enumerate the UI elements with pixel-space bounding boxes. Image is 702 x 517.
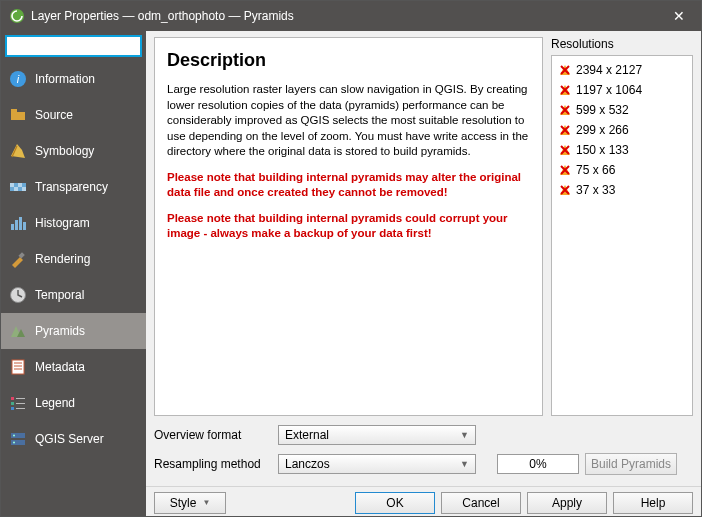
sidebar-item-temporal[interactable]: Temporal — [1, 277, 146, 313]
sidebar-item-metadata[interactable]: Metadata — [1, 349, 146, 385]
svg-rect-13 — [23, 222, 26, 230]
resolution-value: 150 x 133 — [576, 143, 629, 157]
resolutions-list[interactable]: 2394 x 21271197 x 1064599 x 532299 x 266… — [551, 55, 693, 416]
svg-rect-7 — [18, 183, 22, 187]
overview-format-value: External — [285, 428, 329, 442]
sidebar-item-rendering[interactable]: Rendering — [1, 241, 146, 277]
window-title: Layer Properties — odm_orthophoto — Pyra… — [31, 9, 665, 23]
progress-value: 0% — [497, 454, 579, 474]
footer: Style ▼ OK Cancel Apply Help — [146, 486, 701, 517]
description-body: Large resolution raster layers can slow … — [167, 82, 530, 160]
resolution-item[interactable]: 37 x 33 — [554, 180, 690, 200]
resolutions-panel: Resolutions 2394 x 21271197 x 1064599 x … — [551, 37, 693, 416]
chevron-down-icon: ▼ — [460, 459, 469, 469]
sidebar-item-pyramids[interactable]: Pyramids — [1, 313, 146, 349]
resolution-item[interactable]: 1197 x 1064 — [554, 80, 690, 100]
svg-rect-9 — [22, 187, 26, 191]
titlebar: Layer Properties — odm_orthophoto — Pyra… — [1, 1, 701, 31]
resampling-method-value: Lanczos — [285, 457, 330, 471]
sidebar-item-information[interactable]: iInformation — [1, 61, 146, 97]
sidebar-item-label: Rendering — [35, 252, 90, 266]
resolution-value: 299 x 266 — [576, 123, 629, 137]
sidebar-item-transparency[interactable]: Transparency — [1, 169, 146, 205]
pyramid-missing-icon — [558, 183, 572, 197]
resolution-item[interactable]: 299 x 266 — [554, 120, 690, 140]
svg-rect-20 — [11, 397, 14, 400]
svg-rect-11 — [15, 220, 18, 230]
overview-format-combo[interactable]: External ▼ — [278, 425, 476, 445]
description-heading: Description — [167, 48, 530, 72]
sidebar-item-label: Source — [35, 108, 73, 122]
help-button[interactable]: Help — [613, 492, 693, 514]
svg-rect-16 — [12, 360, 24, 374]
info-icon: i — [9, 70, 27, 88]
ok-button[interactable]: OK — [355, 492, 435, 514]
style-button-label: Style — [170, 496, 197, 510]
resolution-item[interactable]: 75 x 66 — [554, 160, 690, 180]
content: Description Large resolution raster laye… — [146, 31, 701, 517]
resolution-item[interactable]: 2394 x 2127 — [554, 60, 690, 80]
resolution-value: 37 x 33 — [576, 183, 615, 197]
resolution-value: 2394 x 2127 — [576, 63, 642, 77]
style-button[interactable]: Style ▼ — [154, 492, 226, 514]
sidebar-item-legend[interactable]: Legend — [1, 385, 146, 421]
resolution-value: 75 x 66 — [576, 163, 615, 177]
resolution-item[interactable]: 599 x 532 — [554, 100, 690, 120]
resolution-value: 1197 x 1064 — [576, 83, 642, 97]
resolution-value: 599 x 532 — [576, 103, 629, 117]
sidebar-item-label: Information — [35, 72, 95, 86]
apply-button[interactable]: Apply — [527, 492, 607, 514]
search-input[interactable] — [5, 35, 142, 57]
svg-rect-8 — [14, 187, 18, 191]
description-warning-2: Please note that building internal pyram… — [167, 211, 530, 242]
pyramid-missing-icon — [558, 63, 572, 77]
main-area: iInformationSourceSymbologyTransparencyH… — [1, 31, 701, 517]
resampling-method-combo[interactable]: Lanczos ▼ — [278, 454, 476, 474]
description-panel: Description Large resolution raster laye… — [154, 37, 543, 416]
metadata-icon — [9, 358, 27, 376]
sidebar-item-qgis-server[interactable]: QGIS Server — [1, 421, 146, 457]
sidebar-item-label: Legend — [35, 396, 75, 410]
sidebar-item-symbology[interactable]: Symbology — [1, 133, 146, 169]
sidebar-item-label: Metadata — [35, 360, 85, 374]
svg-rect-21 — [11, 402, 14, 405]
pyramid-missing-icon — [558, 163, 572, 177]
resolution-item[interactable]: 150 x 133 — [554, 140, 690, 160]
svg-point-29 — [13, 442, 15, 444]
sidebar: iInformationSourceSymbologyTransparencyH… — [1, 31, 146, 517]
sidebar-item-label: QGIS Server — [35, 432, 104, 446]
sidebar-item-source[interactable]: Source — [1, 97, 146, 133]
temporal-icon — [9, 286, 27, 304]
resampling-method-label: Resampling method — [154, 457, 272, 471]
cancel-button[interactable]: Cancel — [441, 492, 521, 514]
description-warning-1: Please note that building internal pyram… — [167, 170, 530, 201]
close-icon[interactable]: ✕ — [665, 8, 693, 24]
symbology-icon — [9, 142, 27, 160]
server-icon — [9, 430, 27, 448]
sidebar-item-label: Symbology — [35, 144, 94, 158]
legend-icon — [9, 394, 27, 412]
resampling-method-row: Resampling method Lanczos ▼ 0% Build Pyr… — [154, 451, 693, 477]
svg-rect-10 — [11, 224, 14, 230]
svg-rect-12 — [19, 217, 22, 230]
source-icon — [9, 106, 27, 124]
chevron-down-icon: ▼ — [202, 498, 210, 507]
svg-rect-14 — [18, 252, 24, 258]
upper-panels: Description Large resolution raster laye… — [146, 31, 701, 420]
search-row — [1, 31, 146, 61]
sidebar-list: iInformationSourceSymbologyTransparencyH… — [1, 61, 146, 517]
sidebar-item-label: Histogram — [35, 216, 90, 230]
sidebar-item-histogram[interactable]: Histogram — [1, 205, 146, 241]
pyramid-missing-icon — [558, 103, 572, 117]
svg-rect-6 — [10, 183, 14, 187]
sidebar-item-label: Temporal — [35, 288, 84, 302]
app-icon — [9, 8, 25, 24]
svg-rect-22 — [11, 407, 14, 410]
svg-point-28 — [13, 435, 15, 437]
sidebar-item-label: Transparency — [35, 180, 108, 194]
pyramid-missing-icon — [558, 123, 572, 137]
svg-rect-4 — [11, 109, 17, 113]
build-pyramids-button[interactable]: Build Pyramids — [585, 453, 677, 475]
overview-format-row: Overview format External ▼ — [154, 422, 693, 448]
sidebar-item-label: Pyramids — [35, 324, 85, 338]
